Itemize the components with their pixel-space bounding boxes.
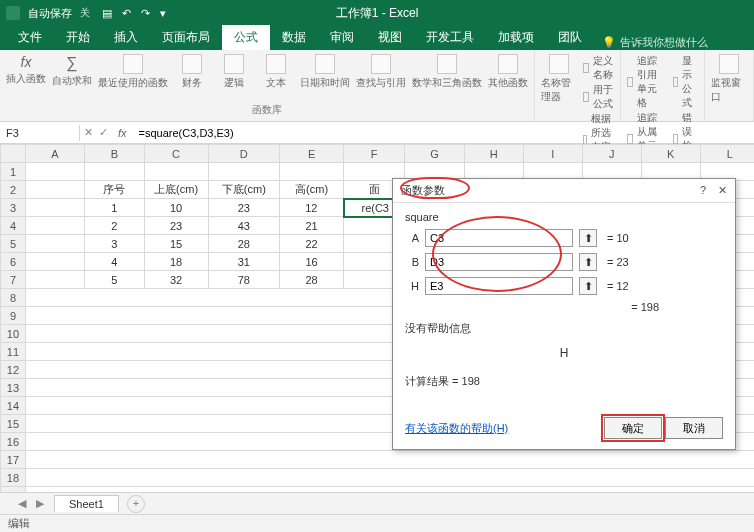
range-picker-icon[interactable]: ⬆ (579, 253, 597, 271)
cell[interactable]: 23 (144, 217, 208, 235)
cell[interactable]: 23 (208, 199, 279, 217)
tab-view[interactable]: 视图 (366, 25, 414, 50)
col-header[interactable]: H (464, 145, 523, 163)
row-header[interactable]: 4 (1, 217, 26, 235)
qa-more-icon[interactable]: ▾ (160, 7, 166, 20)
row-header[interactable]: 15 (1, 415, 26, 433)
save-icon[interactable]: ▤ (102, 7, 112, 20)
row-header[interactable]: 3 (1, 199, 26, 217)
sheet-nav-next-icon[interactable]: ▶ (36, 497, 44, 510)
cell[interactable]: 31 (208, 253, 279, 271)
cell[interactable]: 2 (85, 217, 144, 235)
watch-window-button[interactable]: 监视窗口 (711, 54, 747, 104)
cell[interactable]: 上底(cm) (144, 181, 208, 199)
col-header[interactable]: E (280, 145, 344, 163)
cell[interactable]: 15 (144, 235, 208, 253)
row-header[interactable]: 13 (1, 379, 26, 397)
col-header[interactable]: D (208, 145, 279, 163)
undo-icon[interactable]: ↶ (122, 7, 131, 20)
tab-addin[interactable]: 加载项 (486, 25, 546, 50)
row-header[interactable]: 5 (1, 235, 26, 253)
col-header[interactable]: B (85, 145, 144, 163)
row-header[interactable]: 2 (1, 181, 26, 199)
tab-home[interactable]: 开始 (54, 25, 102, 50)
col-header[interactable]: A (25, 145, 84, 163)
more-fn-button[interactable]: 其他函数 (488, 54, 528, 90)
define-name[interactable]: 定义名称 (583, 54, 614, 82)
logical-button[interactable]: 逻辑 (216, 54, 252, 90)
tab-insert[interactable]: 插入 (102, 25, 150, 50)
tab-dev[interactable]: 开发工具 (414, 25, 486, 50)
tab-team[interactable]: 团队 (546, 25, 594, 50)
cell[interactable]: 序号 (85, 181, 144, 199)
cell[interactable]: 1 (85, 199, 144, 217)
cell[interactable]: 下底(cm) (208, 181, 279, 199)
col-header[interactable]: I (523, 145, 582, 163)
recent-fn-button[interactable]: 最近使用的函数 (98, 54, 168, 90)
name-box[interactable]: F3 (0, 125, 80, 141)
row-header[interactable]: 17 (1, 451, 26, 469)
row-header[interactable]: 10 (1, 325, 26, 343)
cancel-button[interactable]: 取消 (665, 417, 723, 439)
row-header[interactable]: 12 (1, 361, 26, 379)
col-header[interactable]: C (144, 145, 208, 163)
accept-formula-icon[interactable]: ✓ (99, 126, 108, 139)
datetime-button[interactable]: 日期和时间 (300, 54, 350, 90)
cell[interactable]: 3 (85, 235, 144, 253)
function-help-link[interactable]: 有关该函数的帮助(H) (405, 421, 508, 436)
cell[interactable]: 5 (85, 271, 144, 289)
tab-data[interactable]: 数据 (270, 25, 318, 50)
row-header[interactable]: 8 (1, 289, 26, 307)
redo-icon[interactable]: ↷ (141, 7, 150, 20)
math-trig-button[interactable]: 数学和三角函数 (412, 54, 482, 90)
name-manager-button[interactable]: 名称管理器 (541, 54, 577, 104)
sheet-nav-prev-icon[interactable]: ◀ (18, 497, 26, 510)
arg-input-a[interactable] (425, 229, 573, 247)
autosave-toggle[interactable]: 关 (80, 6, 90, 20)
cell[interactable]: 4 (85, 253, 144, 271)
cell[interactable]: 28 (208, 235, 279, 253)
lookup-button[interactable]: 查找与引用 (356, 54, 406, 90)
autosum-button[interactable]: ∑自动求和 (52, 54, 92, 88)
row-header[interactable]: 11 (1, 343, 26, 361)
tab-review[interactable]: 审阅 (318, 25, 366, 50)
text-button[interactable]: 文本 (258, 54, 294, 90)
sheet-tab[interactable]: Sheet1 (54, 495, 119, 512)
use-in-formula[interactable]: 用于公式 (583, 83, 614, 111)
cell[interactable]: 28 (280, 271, 344, 289)
arg-input-b[interactable] (425, 253, 573, 271)
tab-formula[interactable]: 公式 (222, 25, 270, 50)
cell[interactable]: 22 (280, 235, 344, 253)
col-header[interactable]: J (582, 145, 641, 163)
cell[interactable]: 16 (280, 253, 344, 271)
tab-file[interactable]: 文件 (6, 25, 54, 50)
cell[interactable]: 43 (208, 217, 279, 235)
cell[interactable]: 高(cm) (280, 181, 344, 199)
tell-me[interactable]: 💡告诉我你想做什么 (602, 35, 708, 50)
col-header[interactable]: G (405, 145, 464, 163)
col-header[interactable]: F (344, 145, 405, 163)
row-header[interactable]: 1 (1, 163, 26, 181)
cell[interactable]: 10 (144, 199, 208, 217)
cancel-formula-icon[interactable]: ✕ (84, 126, 93, 139)
range-picker-icon[interactable]: ⬆ (579, 229, 597, 247)
row-header[interactable]: 6 (1, 253, 26, 271)
row-header[interactable]: 18 (1, 469, 26, 487)
row-header[interactable]: 7 (1, 271, 26, 289)
cell[interactable]: 78 (208, 271, 279, 289)
fx-icon[interactable]: fx (112, 127, 133, 139)
col-header[interactable]: K (641, 145, 700, 163)
cell[interactable]: 18 (144, 253, 208, 271)
financial-button[interactable]: 财务 (174, 54, 210, 90)
arg-input-h[interactable] (425, 277, 573, 295)
dialog-close-icon[interactable]: ✕ (718, 184, 727, 197)
ok-button[interactable]: 确定 (604, 417, 662, 439)
row-header[interactable]: 9 (1, 307, 26, 325)
tab-layout[interactable]: 页面布局 (150, 25, 222, 50)
add-sheet-button[interactable]: + (127, 495, 145, 513)
show-formulas[interactable]: 显示公式 (673, 54, 698, 110)
range-picker-icon[interactable]: ⬆ (579, 277, 597, 295)
insert-function-button[interactable]: fx插入函数 (6, 54, 46, 86)
select-all-corner[interactable] (1, 145, 26, 163)
cell[interactable]: 32 (144, 271, 208, 289)
